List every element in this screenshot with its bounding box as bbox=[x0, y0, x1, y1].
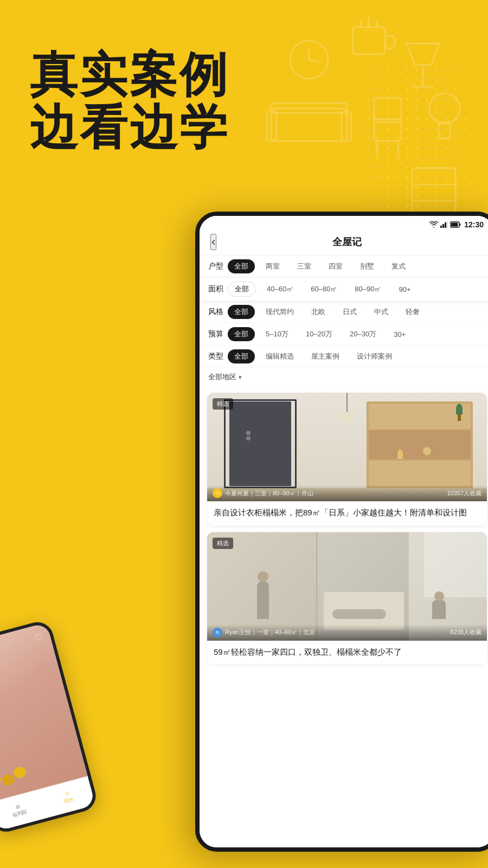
filter-row-budget: 预算 全部 5–10万 10–20万 20–30万 30+ bbox=[200, 323, 488, 346]
nav-header: ‹ 全屋记 bbox=[200, 231, 488, 256]
svg-rect-24 bbox=[440, 226, 442, 228]
filter-chip-type-editor[interactable]: 编辑精选 bbox=[259, 349, 300, 363]
battery-icon bbox=[450, 221, 461, 228]
filter-chip-area-all[interactable]: 全部 bbox=[228, 282, 256, 297]
region-text: 全部地区 bbox=[208, 372, 236, 382]
svg-rect-25 bbox=[442, 224, 444, 228]
card-2-author-info: R Ryan王恒｜一室｜40–60㎡｜北京 bbox=[213, 628, 315, 637]
svg-rect-29 bbox=[460, 224, 461, 226]
filter-label-hutype: 户型 bbox=[208, 261, 223, 271]
filter-chip-budget-10-20[interactable]: 10–20万 bbox=[299, 327, 339, 341]
tablet-mockup: 12:30 ‹ 全屋记 户型 全部 两室 三室 四室 别墅 复式 bbox=[195, 212, 488, 852]
filter-chip-type-designer[interactable]: 设计师案例 bbox=[350, 349, 399, 363]
phone-nav-item-welfare[interactable]: ⊞ 福利园 bbox=[10, 802, 28, 819]
filter-chip-budget-5-10[interactable]: 5–10万 bbox=[259, 327, 295, 341]
card-1-author-info: 今 今夏何夏｜三室｜80–90㎡｜舟山 bbox=[213, 488, 313, 498]
svg-rect-30 bbox=[451, 223, 458, 227]
filter-chip-area-80-90[interactable]: 80–90㎡ bbox=[348, 282, 388, 296]
region-arrow-icon: ▾ bbox=[239, 374, 242, 381]
status-icons bbox=[429, 221, 461, 228]
card-2-meta: Ryan王恒｜一室｜40–60㎡｜北京 bbox=[225, 628, 315, 636]
filter-chip-hutype-2room[interactable]: 两室 bbox=[259, 259, 286, 273]
phone-nav-item-mine[interactable]: ◎ 我的 bbox=[62, 789, 75, 805]
filter-chip-type-all[interactable]: 全部 bbox=[228, 349, 255, 363]
filter-row-style: 风格 全部 现代简约 北欧 日式 中式 轻奢 bbox=[200, 301, 488, 323]
filter-chip-hutype-villa[interactable]: 别墅 bbox=[354, 259, 381, 273]
filter-chip-style-nordic[interactable]: 北欧 bbox=[305, 305, 332, 319]
card-1-footer: 今 今夏何夏｜三室｜80–90㎡｜舟山 10357人收藏 bbox=[207, 485, 487, 501]
filter-chip-area-40-60[interactable]: 40–60㎡ bbox=[260, 282, 300, 296]
filter-chip-budget-30plus[interactable]: 30+ bbox=[387, 328, 412, 341]
card-2[interactable]: 精选 R Ryan王恒｜一室｜40–60㎡｜北京 6238人收藏 bbox=[207, 532, 487, 665]
filter-row-type: 类型 全部 编辑精选 屋主案例 设计师案例 bbox=[200, 346, 488, 368]
hero-line2: 边看边学 bbox=[30, 100, 229, 154]
svg-line-20 bbox=[309, 60, 320, 62]
filter-chip-style-light-luxury[interactable]: 轻奢 bbox=[399, 305, 426, 319]
filter-label-style: 风格 bbox=[208, 307, 223, 317]
filter-chip-style-all[interactable]: 全部 bbox=[228, 305, 255, 319]
content-area: 精选 今 今夏何夏｜三室｜80–90㎡｜舟山 10357人收藏 bbox=[200, 386, 488, 847]
filter-chip-budget-all[interactable]: 全部 bbox=[228, 327, 255, 341]
svg-rect-27 bbox=[447, 221, 448, 228]
svg-rect-0 bbox=[352, 27, 385, 54]
card-1-author-avatar: 今 bbox=[213, 488, 222, 498]
heart-icon: ♡ bbox=[34, 630, 45, 644]
card-1-badge: 精选 bbox=[213, 398, 233, 410]
filter-chip-style-chinese[interactable]: 中式 bbox=[368, 305, 395, 319]
dot-pattern-decoration bbox=[363, 65, 472, 217]
back-button[interactable]: ‹ bbox=[210, 234, 216, 250]
status-bar: 12:30 bbox=[200, 216, 488, 231]
hero-line1: 真实案例 bbox=[30, 48, 229, 101]
svg-marker-5 bbox=[407, 43, 439, 65]
svg-rect-26 bbox=[445, 222, 446, 228]
signal-icon bbox=[440, 221, 448, 228]
filter-chip-hutype-4room[interactable]: 四室 bbox=[322, 259, 349, 273]
filter-chip-style-modern[interactable]: 现代简约 bbox=[259, 305, 300, 319]
filter-label-budget: 预算 bbox=[208, 329, 223, 339]
region-selector[interactable]: 全部地区 ▾ bbox=[200, 368, 488, 386]
filter-chip-style-japanese[interactable]: 日式 bbox=[336, 305, 363, 319]
filter-row-hutype: 户型 全部 两室 三室 四室 别墅 复式 bbox=[200, 256, 488, 278]
card-2-title: 59㎡轻松容纳一家四口，双独卫、榻榻米全都少不了 bbox=[207, 641, 487, 665]
card-2-image: 精选 R Ryan王恒｜一室｜40–60㎡｜北京 6238人收藏 bbox=[207, 532, 487, 641]
filter-section: 户型 全部 两室 三室 四室 别墅 复式 面积 全部 40–60㎡ 60–80㎡… bbox=[200, 256, 488, 386]
filter-chip-area-60-80[interactable]: 60–80㎡ bbox=[304, 282, 344, 296]
card-1-meta: 今夏何夏｜三室｜80–90㎡｜舟山 bbox=[225, 489, 313, 497]
filter-row-area: 面积 全部 40–60㎡ 60–80㎡ 80–90㎡ 90+ bbox=[200, 278, 488, 301]
filter-chip-hutype-duplex[interactable]: 复式 bbox=[385, 259, 412, 273]
filter-chip-type-owner[interactable]: 屋主案例 bbox=[305, 349, 346, 363]
filter-label-type: 类型 bbox=[208, 352, 223, 361]
card-2-badge: 精选 bbox=[213, 538, 233, 549]
filter-chip-budget-20-30[interactable]: 20–30万 bbox=[343, 327, 383, 341]
hero-text-block: 真实案例 边看边学 bbox=[30, 49, 229, 154]
filter-label-area: 面积 bbox=[208, 284, 223, 294]
card-2-author-avatar: R bbox=[213, 628, 222, 637]
filter-chip-area-90plus[interactable]: 90+ bbox=[392, 283, 417, 296]
card-1-image: 精选 今 今夏何夏｜三室｜80–90㎡｜舟山 10357人收藏 bbox=[207, 393, 487, 501]
card-2-saves: 6238人收藏 bbox=[451, 628, 481, 636]
wifi-icon bbox=[429, 221, 438, 228]
honeycomb-decoration bbox=[0, 765, 28, 790]
filter-chip-hutype-3room[interactable]: 三室 bbox=[291, 259, 318, 273]
card-2-footer: R Ryan王恒｜一室｜40–60㎡｜北京 6238人收藏 bbox=[207, 624, 487, 641]
nav-title: 全屋记 bbox=[332, 235, 362, 248]
card-1-title: 亲自设计衣柜榻榻米，把89㎡「日系」小家越住越大！附清单和设计图 bbox=[207, 501, 487, 526]
card-1[interactable]: 精选 今 今夏何夏｜三室｜80–90㎡｜舟山 10357人收藏 bbox=[207, 393, 487, 526]
svg-rect-1 bbox=[385, 35, 395, 49]
filter-chip-hutype-all[interactable]: 全部 bbox=[228, 259, 255, 273]
status-time: 12:30 bbox=[464, 220, 484, 229]
card-1-saves: 10357人收藏 bbox=[447, 489, 481, 497]
